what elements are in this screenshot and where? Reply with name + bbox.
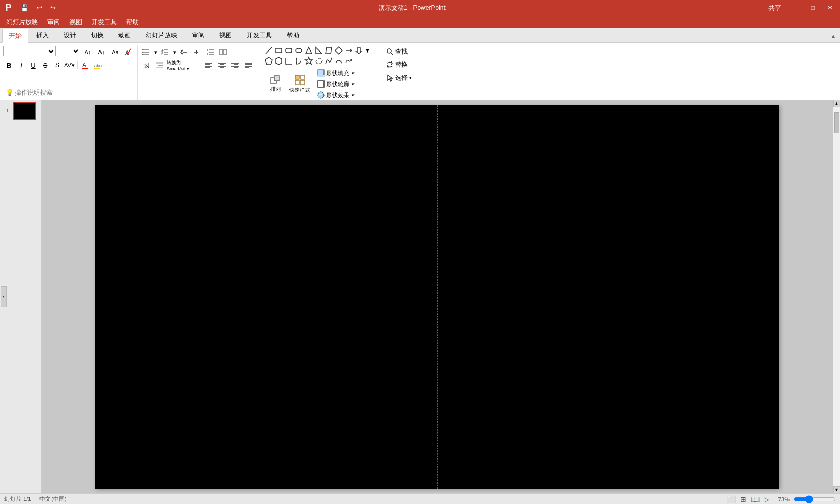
bullets-button[interactable] xyxy=(140,46,153,58)
shape-parallelogram-btn[interactable] xyxy=(324,46,333,55)
shape-oval-btn[interactable] xyxy=(294,46,303,55)
text-highlight-button[interactable]: abc xyxy=(92,60,104,70)
tab-developer[interactable]: 开发工具 xyxy=(240,28,279,42)
shape-arc-btn[interactable] xyxy=(334,56,343,66)
underline-button[interactable]: U xyxy=(27,60,39,70)
ribbon-collapse-button[interactable]: ▲ xyxy=(828,30,838,42)
tab-slideshow[interactable]: 幻灯片放映 xyxy=(139,28,184,42)
shape-scribble-btn[interactable] xyxy=(344,56,353,66)
select-dropdown[interactable]: ▾ xyxy=(409,75,412,80)
shape-right-angle-btn[interactable] xyxy=(284,56,294,66)
strikethrough-button[interactable]: S xyxy=(39,60,51,70)
clear-format-button[interactable]: A xyxy=(123,46,135,58)
replace-button[interactable]: 替换 xyxy=(382,59,411,70)
font-color-button[interactable]: A xyxy=(80,60,92,70)
shapes-more-btn[interactable]: ▼ xyxy=(364,46,371,55)
normal-view-button[interactable]: ⬜ xyxy=(727,495,736,503)
shape-star-btn[interactable] xyxy=(304,56,313,66)
shape-effect-dropdown[interactable]: ▾ xyxy=(352,92,355,98)
tab-insert[interactable]: 插入 xyxy=(29,28,56,42)
tab-review[interactable]: 审阅 xyxy=(185,28,211,42)
shape-down-arrow-btn[interactable] xyxy=(354,46,363,55)
find-button[interactable]: 查找 xyxy=(382,46,411,57)
tab-help[interactable]: 帮助 xyxy=(280,28,306,42)
slide-thumbnail-1[interactable]: 1 xyxy=(13,102,36,120)
shape-outline-button[interactable]: 形状轮廓 ▾ xyxy=(315,79,357,89)
panel-collapse-button[interactable]: ‹ xyxy=(1,286,7,307)
minimize-icon[interactable]: ─ xyxy=(791,3,802,13)
shape-right-triangle-btn[interactable] xyxy=(314,46,323,55)
shape-fill-dropdown[interactable]: ▾ xyxy=(352,70,355,76)
undo-icon[interactable]: ↩ xyxy=(34,3,45,13)
zoom-slider[interactable] xyxy=(794,496,836,503)
thumbnail-strip[interactable]: 1 xyxy=(7,100,42,493)
canvas-area[interactable] xyxy=(42,100,833,493)
shape-bracket-btn[interactable] xyxy=(294,56,303,66)
shape-diamond-btn[interactable] xyxy=(334,46,343,55)
numbering-dropdown[interactable]: ▾ xyxy=(172,46,177,58)
slideshow-button[interactable]: ▷ xyxy=(764,495,770,503)
convert-smartart-button[interactable]: 转换为 SmartArt ▾ xyxy=(166,59,198,71)
tab-view[interactable]: 视图 xyxy=(212,28,239,42)
tab-animations[interactable]: 动画 xyxy=(112,28,138,42)
font-size-select[interactable] xyxy=(57,46,80,56)
svg-rect-65 xyxy=(318,81,324,87)
slide-sorter-button[interactable]: ⊞ xyxy=(740,495,746,503)
vertical-scrollbar[interactable]: ▲ ▼ xyxy=(833,100,840,493)
line-spacing-button[interactable] xyxy=(204,46,217,58)
columns-button[interactable] xyxy=(217,46,230,58)
shape-arrow-btn[interactable] xyxy=(344,46,353,55)
shape-triangle-btn[interactable] xyxy=(304,46,313,55)
shape-fill-button[interactable]: 形状填充 ▾ xyxy=(315,68,357,78)
shape-hexagon-btn[interactable] xyxy=(274,56,284,66)
shadow-button[interactable]: S xyxy=(52,60,63,70)
char-spacing-button[interactable]: AV▾ xyxy=(64,60,75,70)
bold-button[interactable]: B xyxy=(3,60,15,70)
tab-start[interactable]: 开始 xyxy=(2,29,28,43)
menu-item-slideshow[interactable]: 幻灯片放映 xyxy=(2,16,42,28)
shape-outline-dropdown[interactable]: ▾ xyxy=(352,81,355,87)
decrease-indent-button[interactable] xyxy=(178,46,190,58)
restore-icon[interactable]: □ xyxy=(808,3,818,13)
scroll-down-button[interactable]: ▼ xyxy=(833,486,841,493)
reading-view-button[interactable]: 📖 xyxy=(751,495,760,503)
menu-item-developer[interactable]: 开发工具 xyxy=(87,16,121,28)
arrange-button[interactable]: 排列 xyxy=(264,70,287,98)
text-direction-button[interactable]: 文 xyxy=(140,59,153,71)
menu-item-review[interactable]: 审阅 xyxy=(43,16,64,28)
align-left-button[interactable] xyxy=(203,59,215,71)
close-icon[interactable]: ✕ xyxy=(824,3,836,13)
align-text-button[interactable] xyxy=(153,59,166,71)
shape-effect-button[interactable]: 形状效果 ▾ xyxy=(315,90,357,100)
shape-pentagon-btn[interactable] xyxy=(264,56,274,66)
scroll-track[interactable] xyxy=(833,107,840,486)
quick-styles-button[interactable]: 快速样式 xyxy=(288,70,311,98)
decrease-font-size-button[interactable]: A↓ xyxy=(95,46,108,58)
shape-curve-btn[interactable] xyxy=(324,56,333,66)
change-case-button[interactable]: Aa xyxy=(109,46,122,58)
increase-indent-button[interactable] xyxy=(191,46,204,58)
shape-rect-btn[interactable] xyxy=(274,46,284,55)
scroll-up-button[interactable]: ▲ xyxy=(833,100,841,107)
tab-transitions[interactable]: 切换 xyxy=(84,28,110,42)
align-center-button[interactable] xyxy=(216,59,228,71)
italic-button[interactable]: I xyxy=(15,60,27,70)
tab-design[interactable]: 设计 xyxy=(57,28,83,42)
search-input[interactable] xyxy=(15,89,120,96)
scroll-thumb[interactable] xyxy=(834,112,839,133)
save-icon[interactable]: 💾 xyxy=(17,3,32,13)
align-right-button[interactable] xyxy=(229,59,241,71)
redo-icon[interactable]: ↪ xyxy=(47,3,59,13)
justify-button[interactable] xyxy=(242,59,255,71)
shape-line-btn[interactable] xyxy=(264,46,274,55)
select-button[interactable]: 选择 ▾ xyxy=(382,72,416,84)
shape-cloud-btn[interactable] xyxy=(314,56,323,66)
menu-item-view[interactable]: 视图 xyxy=(65,16,86,28)
font-family-select[interactable] xyxy=(3,46,56,56)
menu-item-help[interactable]: 帮助 xyxy=(122,16,143,28)
numbering-button[interactable]: 1.2.3. xyxy=(159,46,171,58)
share-button[interactable]: 共享 xyxy=(765,3,784,14)
increase-font-size-button[interactable]: A↑ xyxy=(82,46,94,58)
bullets-dropdown[interactable]: ▾ xyxy=(153,46,158,58)
shape-rounded-rect-btn[interactable] xyxy=(284,46,294,55)
